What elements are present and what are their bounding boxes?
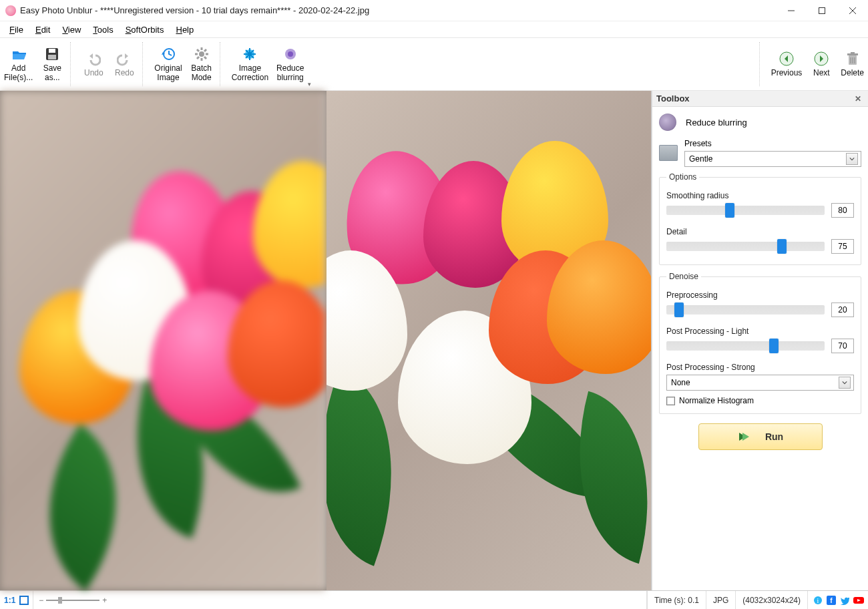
presets-select[interactable]: Gentle <box>684 151 861 167</box>
zoom-in-button[interactable]: + <box>102 596 107 605</box>
zoom-1to1-button[interactable]: 1:1 <box>4 596 15 605</box>
run-label: Run <box>765 431 783 442</box>
batch-mode-button[interactable]: BatchMode <box>186 38 217 90</box>
normalize-histogram-label: Normalize Histogram <box>679 396 754 405</box>
preprocessing-label: Preprocessing <box>666 290 854 300</box>
toolbox-title: Toolbox <box>656 93 690 104</box>
status-time: Time (s): 0.1 <box>647 591 706 609</box>
svg-line-16 <box>197 57 199 59</box>
smoothing-radius-label: Smoothing radius <box>666 191 854 200</box>
post-strong-label: Post Processing - Strong <box>666 363 854 372</box>
zoom-fit-button[interactable] <box>19 596 29 605</box>
post-light-value[interactable]: 70 <box>831 339 854 353</box>
main-area: Toolbox ✕ Reduce blurring Presets Gentle <box>0 91 868 590</box>
info-icon[interactable]: i <box>813 596 823 605</box>
post-strong-select[interactable]: None <box>666 375 854 391</box>
after-image <box>327 91 652 590</box>
smoothing-radius-value[interactable]: 80 <box>831 203 854 218</box>
window-minimize-button[interactable] <box>776 0 807 21</box>
run-button[interactable]: Run <box>698 423 823 450</box>
detail-label: Detail <box>666 227 854 236</box>
post-strong-value: None <box>671 378 835 387</box>
menu-bar: File Edit View Tools SoftOrbits Help <box>0 21 868 37</box>
undo-button[interactable]: Undo <box>78 38 109 90</box>
reduce-blurring-button[interactable]: Reduceblurring <box>272 38 308 90</box>
dropdown-arrow-icon[interactable]: ▾ <box>308 81 314 90</box>
toolbox-close-button[interactable]: ✕ <box>852 94 864 104</box>
svg-point-8 <box>199 51 204 57</box>
arrow-left-circle-icon <box>779 51 794 66</box>
undo-icon <box>86 51 101 66</box>
presets-value: Gentle <box>689 154 842 164</box>
preprocessing-slider[interactable] <box>666 305 825 315</box>
zoom-out-button[interactable]: − <box>39 596 43 605</box>
menu-help[interactable]: Help <box>170 23 199 36</box>
delete-button[interactable]: Delete <box>837 38 868 90</box>
svg-line-14 <box>204 57 206 59</box>
add-files-button[interactable]: AddFile(s)... <box>0 38 37 90</box>
redo-icon <box>117 51 132 66</box>
next-button[interactable]: Next <box>806 38 837 90</box>
svg-rect-28 <box>851 52 855 54</box>
toolbar-separator <box>220 42 225 86</box>
menu-file[interactable]: File <box>4 23 29 36</box>
toolbar-separator <box>70 42 75 86</box>
detail-value[interactable]: 75 <box>831 239 854 254</box>
status-format: JPG <box>706 591 735 609</box>
preprocessing-value[interactable]: 20 <box>831 302 854 317</box>
trash-icon <box>845 51 860 66</box>
denoise-group: Denoise Preprocessing 20 Post Processing… <box>659 272 861 414</box>
image-preview-area[interactable] <box>0 91 652 590</box>
toolbox-panel: Toolbox ✕ Reduce blurring Presets Gentle <box>652 91 868 590</box>
window-close-button[interactable] <box>837 0 868 21</box>
options-legend: Options <box>666 172 699 182</box>
zoom-slider[interactable] <box>46 600 99 601</box>
svg-rect-1 <box>819 7 825 13</box>
status-dimensions: (4032x3024x24) <box>735 591 807 609</box>
presets-label: Presets <box>684 139 861 148</box>
chevron-down-icon <box>839 377 851 389</box>
app-icon <box>5 5 16 16</box>
twitter-icon[interactable] <box>840 596 849 605</box>
normalize-histogram-checkbox[interactable] <box>666 397 675 405</box>
save-as-button[interactable]: Saveas... <box>37 38 67 90</box>
title-bar: Easy Photo Unblur - ****Unregistered ver… <box>0 0 868 21</box>
svg-text:i: i <box>817 597 819 604</box>
svg-point-23 <box>288 51 293 57</box>
history-icon <box>161 47 176 61</box>
svg-rect-5 <box>49 49 55 53</box>
toolbar-separator <box>759 42 765 86</box>
presets-icon <box>659 145 678 161</box>
denoise-legend: Denoise <box>666 272 701 281</box>
folder-open-icon <box>11 47 26 61</box>
before-image <box>0 91 327 590</box>
toolbar-separator <box>142 42 148 86</box>
previous-button[interactable]: Previous <box>767 38 807 90</box>
menu-softorbits[interactable]: SoftOrbits <box>120 23 170 36</box>
toolbox-header: Toolbox ✕ <box>652 91 868 107</box>
window-title: Easy Photo Unblur - ****Unregistered ver… <box>20 5 776 15</box>
facebook-icon[interactable]: f <box>827 596 836 605</box>
blur-icon <box>659 114 676 131</box>
blur-icon <box>283 47 298 61</box>
main-toolbar: AddFile(s)... Saveas... Undo Redo <box>0 37 868 91</box>
redo-button[interactable]: Redo <box>109 38 140 90</box>
image-correction-button[interactable]: ImageCorrection <box>228 38 272 90</box>
original-image-button[interactable]: OriginalImage <box>150 38 186 90</box>
post-light-slider[interactable] <box>666 341 825 351</box>
window-maximize-button[interactable] <box>807 0 837 21</box>
youtube-icon[interactable] <box>853 596 863 605</box>
sparkle-icon <box>242 47 257 61</box>
gear-icon <box>194 47 209 61</box>
menu-view[interactable]: View <box>57 23 86 36</box>
smoothing-radius-slider[interactable] <box>666 206 825 215</box>
menu-tools[interactable]: Tools <box>87 23 118 36</box>
floppy-icon <box>45 47 59 61</box>
arrow-right-circle-icon <box>814 51 829 66</box>
toolbox-section-title: Reduce blurring <box>686 118 747 128</box>
chevron-down-icon <box>846 153 858 165</box>
detail-slider[interactable] <box>666 242 825 251</box>
status-bar: 1:1 − + Time (s): 0.1 JPG (4032x3024x24)… <box>0 590 868 609</box>
svg-rect-6 <box>48 55 56 59</box>
menu-edit[interactable]: Edit <box>30 23 55 36</box>
